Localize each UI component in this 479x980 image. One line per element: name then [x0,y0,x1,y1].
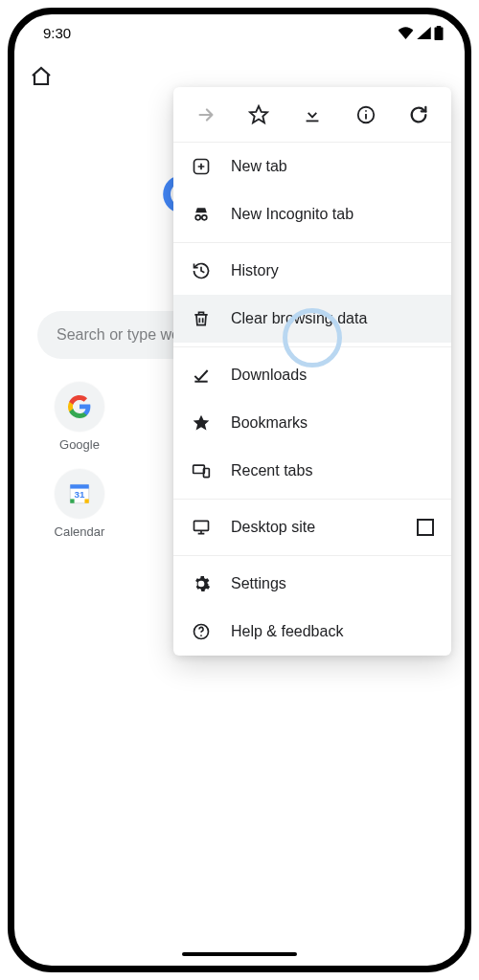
phone-frame: 9:30 Search or type web [8,8,471,972]
home-icon[interactable] [30,65,53,88]
menu-item-label: Settings [231,575,434,592]
svg-text:31: 31 [75,489,85,500]
shortcut-icon: 31 [55,469,104,519]
checkbox-unchecked-icon[interactable] [417,519,434,536]
svg-rect-7 [307,120,319,122]
shortcut-label: Google [59,437,100,452]
menu-help-feedback[interactable]: Help & feedback [173,608,451,656]
menu-item-label: Bookmarks [231,414,434,432]
shortcut-google[interactable]: Google [37,382,122,452]
overflow-menu: New tab New Incognito tab History Clear … [173,87,451,656]
forward-icon[interactable] [185,94,227,136]
menu-settings[interactable]: Settings [173,560,451,608]
shortcut-icon [55,382,104,432]
trash-icon [191,308,212,329]
shortcut-label: Calendar [55,524,105,539]
refresh-icon[interactable] [398,94,440,136]
menu-desktop-site[interactable]: Desktop site [173,503,451,551]
incognito-icon [191,204,212,225]
svg-point-10 [365,109,367,111]
menu-item-label: History [231,262,434,279]
star-icon[interactable] [238,94,280,136]
menu-bookmarks[interactable]: Bookmarks [173,399,451,447]
menu-new-tab[interactable]: New tab [173,143,451,190]
svg-point-24 [200,635,202,636]
battery-icon [434,26,444,40]
status-time: 9:30 [43,25,71,41]
devices-icon [191,460,212,481]
plus-box-icon [191,156,212,177]
gear-icon [191,573,212,594]
svg-rect-4 [84,499,88,502]
svg-point-14 [195,215,200,220]
nav-home-indicator [182,952,297,956]
menu-item-label: Help & feedback [231,623,434,640]
help-icon [191,621,212,642]
svg-rect-2 [70,484,89,488]
menu-item-label: New tab [231,158,434,175]
info-icon[interactable] [345,94,387,136]
menu-separator [173,242,451,243]
menu-clear-browsing-data[interactable]: Clear browsing data [173,295,451,343]
cellular-icon [417,27,431,39]
svg-rect-18 [194,465,205,473]
menu-item-label: Clear browsing data [231,310,434,327]
download-check-icon [191,365,212,386]
menu-separator [173,346,451,347]
status-bar: 9:30 [14,14,465,51]
menu-separator [173,555,451,556]
menu-item-label: Recent tabs [231,462,434,479]
star-filled-icon [191,412,212,434]
menu-new-incognito[interactable]: New Incognito tab [173,190,451,238]
wifi-icon [398,27,414,39]
menu-downloads[interactable]: Downloads [173,351,451,399]
svg-point-15 [202,215,207,220]
menu-recent-tabs[interactable]: Recent tabs [173,447,451,495]
menu-item-label: New Incognito tab [231,206,434,223]
menu-history[interactable]: History [173,247,451,295]
menu-item-label: Downloads [231,367,434,384]
menu-action-row [173,87,451,143]
menu-item-label: Desktop site [231,519,398,536]
desktop-icon [191,517,212,538]
download-icon[interactable] [291,94,333,136]
svg-rect-20 [194,521,209,530]
history-icon [191,260,212,281]
status-icons [398,26,444,40]
menu-separator [173,499,451,500]
shortcut-calendar[interactable]: 31 Calendar [37,469,122,539]
